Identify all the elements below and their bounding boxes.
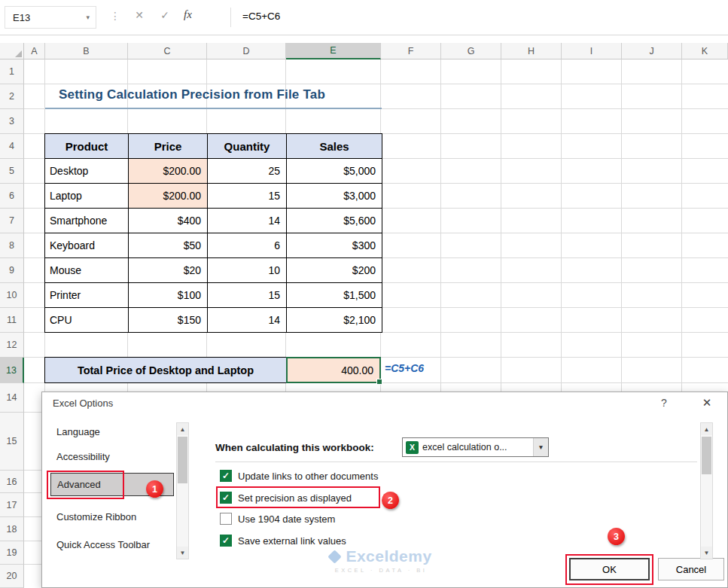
row-header-8[interactable]: 8 (0, 233, 24, 258)
checkbox-row-save-external[interactable]: ✓ Save external link values (220, 533, 346, 548)
name-box[interactable]: E13 ▾ (5, 6, 96, 29)
annotation-box-advanced (47, 471, 124, 499)
nav-item-language[interactable]: Language (56, 425, 100, 440)
cell-price[interactable]: $100 (129, 283, 208, 308)
cell-price[interactable]: $50 (129, 233, 208, 258)
column-header-c[interactable]: C (128, 43, 207, 59)
enter-formula-icon[interactable]: ✓ (155, 9, 175, 21)
cell-quantity[interactable]: 14 (208, 308, 287, 333)
cell-sales[interactable]: $200 (287, 258, 382, 283)
checkbox-save-external[interactable]: ✓ (220, 535, 232, 547)
checkbox-label: Update links to other documents (238, 471, 378, 482)
row-header-2[interactable]: 2 (0, 84, 24, 109)
selected-cell-e13[interactable]: 400.00 (286, 357, 381, 383)
cell-sales[interactable]: $1,500 (287, 283, 382, 308)
row-header-5[interactable]: 5 (0, 159, 24, 184)
insert-function-icon[interactable]: fx (184, 8, 192, 21)
row-header-16[interactable]: 16 (0, 471, 24, 493)
scroll-up-icon[interactable]: ▲ (177, 423, 188, 435)
total-label-cell[interactable]: Total Price of Desktop and Laptop (44, 357, 287, 383)
scroll-down-icon[interactable]: ▼ (701, 547, 712, 559)
checkbox-row-update-links[interactable]: ✓ Update links to other documents (220, 468, 378, 483)
cell-quantity[interactable]: 25 (208, 159, 287, 184)
nav-scrollbar[interactable]: ▲ ▼ (176, 422, 189, 559)
scroll-up-icon[interactable]: ▲ (701, 423, 712, 435)
cell-sales[interactable]: $5,000 (287, 159, 382, 184)
nav-item-customize-ribbon[interactable]: Customize Ribbon (56, 510, 136, 525)
row-header-17[interactable]: 17 (0, 493, 24, 517)
cell-product[interactable]: Smartphone (45, 209, 129, 233)
cell-product[interactable]: Laptop (45, 184, 129, 209)
cell-sales[interactable]: $5,600 (287, 209, 382, 233)
column-header-g[interactable]: G (441, 43, 501, 59)
row-header-9[interactable]: 9 (0, 258, 24, 283)
row-header-6[interactable]: 6 (0, 184, 24, 209)
close-button[interactable]: ✕ (697, 396, 717, 413)
header-product[interactable]: Product (45, 134, 129, 159)
ok-button[interactable]: OK (569, 558, 650, 580)
table-row: Desktop $200.00 25 $5,000 (45, 159, 382, 184)
row-header-15[interactable]: 15 (0, 413, 24, 471)
cell-product[interactable]: Mouse (45, 258, 129, 283)
column-header-a[interactable]: A (24, 43, 45, 59)
row-header-13[interactable]: 13 (0, 358, 24, 383)
cell-price[interactable]: $400 (129, 209, 208, 233)
header-quantity[interactable]: Quantity (208, 134, 287, 159)
name-box-dropdown-icon[interactable]: ▾ (86, 14, 96, 21)
scrollbar-thumb[interactable] (702, 437, 711, 474)
nav-item-quick-access-toolbar[interactable]: Quick Access Toolbar (56, 538, 150, 553)
header-sales[interactable]: Sales (287, 134, 382, 159)
cancel-button[interactable]: Cancel (658, 558, 724, 580)
cell-price[interactable]: $150 (129, 308, 208, 333)
scroll-down-icon[interactable]: ▼ (177, 547, 188, 559)
cell-quantity[interactable]: 15 (208, 283, 287, 308)
checkbox-update-links[interactable]: ✓ (220, 470, 232, 482)
row-header-7[interactable]: 7 (0, 209, 24, 233)
cell-quantity[interactable]: 14 (208, 209, 287, 233)
help-button[interactable]: ? (656, 397, 672, 412)
cell-price-highlighted[interactable]: $200.00 (129, 184, 208, 209)
workbook-dropdown[interactable]: X excel calculation o... ▼ (402, 437, 549, 457)
fill-handle[interactable] (376, 379, 382, 385)
select-all-button[interactable] (0, 43, 24, 59)
formula-input[interactable]: =C5+C6 (242, 11, 280, 22)
row-header-19[interactable]: 19 (0, 541, 24, 565)
column-header-j[interactable]: J (622, 43, 682, 59)
cell-sales[interactable]: $3,000 (287, 184, 382, 209)
column-header-k[interactable]: K (682, 43, 728, 59)
checkbox-row-1904-date[interactable]: ✓ Use 1904 date system (220, 511, 335, 526)
row-header-3[interactable]: 3 (0, 109, 24, 134)
checkbox-1904-date[interactable]: ✓ (220, 513, 232, 525)
cell-price-highlighted[interactable]: $200.00 (129, 159, 208, 184)
row-header-10[interactable]: 10 (0, 283, 24, 308)
column-header-f[interactable]: F (381, 43, 441, 59)
row-header-12[interactable]: 12 (0, 333, 24, 358)
row-header-14[interactable]: 14 (0, 383, 24, 413)
cell-sales[interactable]: $2,100 (287, 308, 382, 333)
dialog-scrollbar[interactable]: ▲ ▼ (700, 422, 713, 559)
cell-product[interactable]: CPU (45, 308, 129, 333)
cell-quantity[interactable]: 6 (208, 233, 287, 258)
header-price[interactable]: Price (129, 134, 208, 159)
cell-product[interactable]: Keyboard (45, 233, 129, 258)
column-header-d[interactable]: D (207, 43, 286, 59)
column-header-e[interactable]: E (286, 43, 381, 59)
column-header-h[interactable]: H (501, 43, 562, 59)
dropdown-arrow-icon[interactable]: ▼ (533, 438, 548, 456)
row-header-20[interactable]: 20 (0, 565, 24, 588)
cell-quantity[interactable]: 10 (208, 258, 287, 283)
row-header-18[interactable]: 18 (0, 517, 24, 541)
cancel-formula-icon[interactable]: ✕ (129, 9, 149, 21)
row-header-1[interactable]: 1 (0, 59, 24, 84)
nav-item-accessibility[interactable]: Accessibility (56, 449, 110, 465)
row-header-4[interactable]: 4 (0, 134, 24, 159)
cell-sales[interactable]: $300 (287, 233, 382, 258)
scrollbar-thumb[interactable] (178, 437, 187, 483)
row-header-11[interactable]: 11 (0, 308, 24, 333)
cell-product[interactable]: Desktop (45, 159, 129, 184)
cell-product[interactable]: Printer (45, 283, 129, 308)
column-header-i[interactable]: I (562, 43, 622, 59)
cell-price[interactable]: $20 (129, 258, 208, 283)
cell-quantity[interactable]: 15 (208, 184, 287, 209)
column-header-b[interactable]: B (45, 43, 128, 59)
